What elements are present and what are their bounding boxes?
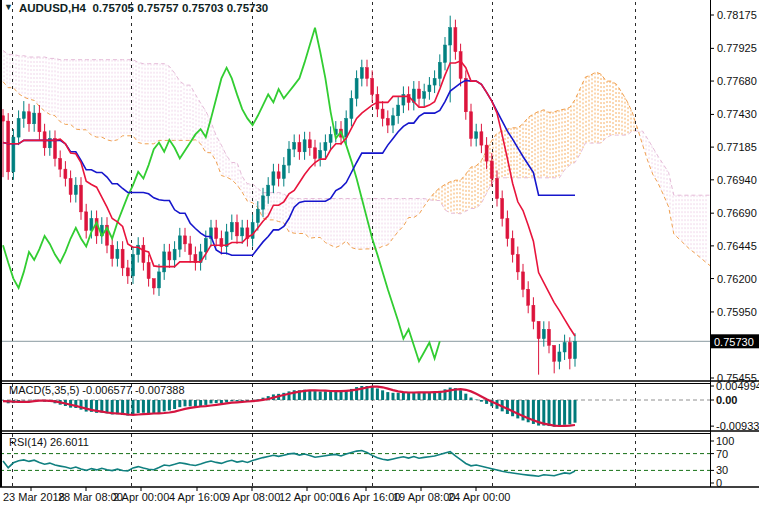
symbol-marker-icon: ▼ — [4, 2, 13, 12]
price-axis-label: 0.76690 — [717, 207, 757, 219]
chart-canvas[interactable]: 0.781750.779250.776800.774300.771850.769… — [0, 0, 759, 511]
time-axis-label: 19 Apr 08:00 — [393, 491, 455, 503]
price-axis: 0.781750.779250.776800.774300.771850.769… — [710, 9, 759, 489]
price-axis-label: 0.78175 — [717, 9, 757, 21]
price-axis-label: 0.77185 — [717, 141, 757, 153]
macd-axis-label: 0.00 — [716, 394, 737, 406]
macd-indicator-label: MACD(5,35,5) -0.006577 -0.007388 — [9, 384, 185, 396]
price-axis-label: 0.76200 — [717, 273, 757, 285]
time-axis-label: 12 Apr 00:00 — [279, 491, 341, 503]
price-axis-label: 0.77925 — [717, 42, 757, 54]
time-axis-label: 2 Apr 00:00 — [113, 491, 169, 503]
price-axis-label: 0.77680 — [717, 75, 757, 87]
time-axis-label: 16 Apr 16:00 — [338, 491, 400, 503]
price-axis-label: 0.75950 — [717, 306, 757, 318]
ohlc-titlebar: ▼AUDUSD,H4 0.75705 0.75757 0.75703 0.757… — [4, 2, 268, 14]
time-axis-label: 4 Apr 16:00 — [169, 491, 225, 503]
rsi-axis-label: 30 — [716, 464, 728, 476]
time-axis-label: 24 Apr 00:00 — [448, 491, 510, 503]
macd-axis-label: 0.004994 — [716, 380, 759, 392]
rsi-indicator-label: RSI(14) 26.6011 — [9, 436, 89, 448]
rsi-axis-label: 100 — [716, 435, 734, 447]
rsi-panel — [0, 451, 710, 477]
chart-title: AUDUSD,H4 0.75705 0.75757 0.75703 0.7573… — [19, 2, 268, 14]
time-axis: 23 Mar 201828 Mar 08:002 Apr 00:004 Apr … — [3, 487, 510, 503]
price-axis-label: 0.76940 — [717, 174, 757, 186]
rsi-axis-label: 70 — [716, 448, 728, 460]
time-axis-label: 9 Apr 08:00 — [224, 491, 280, 503]
macd-axis-label: -0.009335 — [716, 420, 759, 432]
current-price-box-label: 0.75730 — [714, 336, 754, 348]
price-axis-label: 0.77430 — [717, 108, 757, 120]
rsi-axis-label: 0 — [716, 477, 722, 489]
ichimoku-lines — [3, 28, 575, 362]
chart-window: ▼AUDUSD,H4 0.75705 0.75757 0.75703 0.757… — [0, 0, 759, 511]
time-axis-label: 23 Mar 2018 — [3, 491, 65, 503]
price-axis-label: 0.76445 — [717, 240, 757, 252]
